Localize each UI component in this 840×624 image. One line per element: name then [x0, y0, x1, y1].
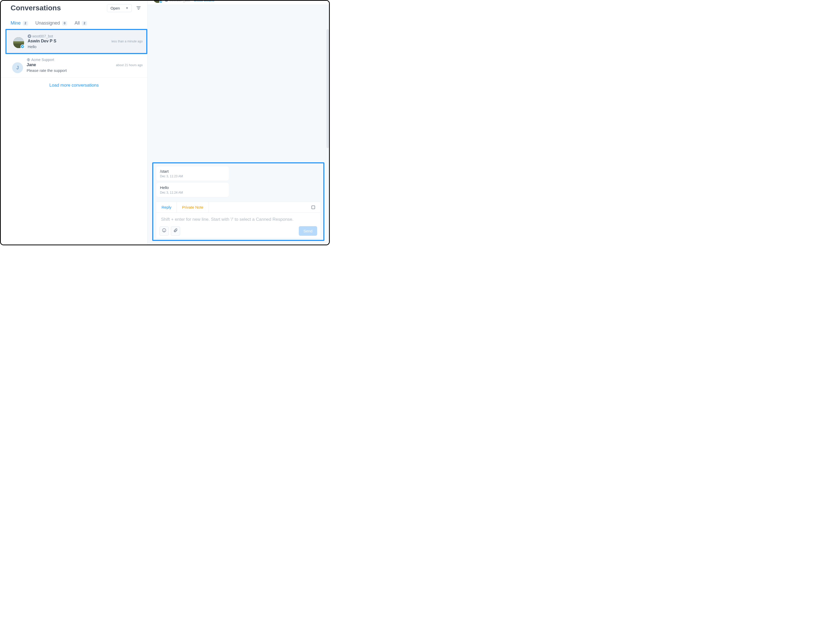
source-name: woot007_bot — [32, 34, 53, 38]
telegram-badge-icon — [159, 1, 162, 3]
messages-area: /start Dec 3, 11:23 AM Hello Dec 3, 11:2… — [148, 5, 329, 244]
conversation-source: Acme Support — [26, 58, 54, 62]
chat-title-row: woot007_bot Close details — [165, 1, 214, 2]
tab-label: Unassigned — [36, 20, 60, 26]
chat-source: woot007_bot — [165, 1, 190, 2]
tab-badge: 2 — [82, 21, 87, 26]
telegram-icon — [28, 34, 31, 38]
globe-icon — [26, 58, 30, 62]
close-details-link[interactable]: Close details — [194, 1, 214, 2]
filter-button[interactable] — [136, 5, 142, 11]
send-button[interactable]: Send — [299, 226, 317, 236]
conversation-list: woot007_bot Aswin Dev P S less than a mi… — [1, 28, 147, 244]
tab-label: Mine — [11, 20, 21, 26]
svg-rect-7 — [312, 206, 315, 209]
status-filter-label: Open — [110, 6, 120, 10]
expand-editor-button[interactable] — [310, 204, 316, 210]
emoji-icon — [162, 228, 167, 234]
contact-name: Jane — [26, 63, 116, 67]
conversation-time: about 21 hours ago — [116, 63, 143, 67]
chevron-down-icon: ▼ — [126, 6, 128, 9]
message-bubble: /start Dec 3, 11:23 AM — [156, 167, 229, 181]
avatar-letter: J — [12, 62, 23, 73]
message-text: Hello — [160, 185, 225, 190]
reply-tab-private-note[interactable]: Private Note — [177, 202, 209, 213]
telegram-icon — [165, 1, 168, 2]
source-name: woot007_bot — [169, 1, 190, 2]
scrollbar[interactable] — [326, 29, 329, 148]
filter-icon — [136, 6, 141, 9]
svg-point-8 — [162, 229, 166, 232]
conversation-snippet: Hello — [28, 45, 143, 49]
conversation-snippet: Please rate the support — [26, 68, 143, 73]
conversation-tabs: Mine 2 Unassigned 0 All 2 — [1, 15, 147, 28]
load-more-link[interactable]: Load more conversations — [1, 77, 147, 93]
reply-tabs: Reply Private Note — [156, 202, 320, 213]
reply-textarea[interactable] — [161, 217, 316, 222]
chat-panel: woot007_bot Close details /start Dec 3, … — [148, 1, 329, 244]
tab-unassigned[interactable]: Unassigned 0 — [36, 20, 68, 26]
conversation-source: woot007_bot — [28, 34, 53, 38]
source-name: Acme Support — [31, 58, 54, 62]
tab-label: All — [74, 20, 80, 26]
reply-box: Reply Private Note — [156, 202, 320, 238]
telegram-badge-icon — [20, 45, 25, 49]
svg-point-10 — [165, 230, 165, 230]
svg-rect-2 — [13, 37, 24, 41]
expand-icon — [311, 205, 316, 210]
message-text: /start — [160, 169, 225, 173]
message-time: Dec 3, 11:24 AM — [160, 191, 225, 195]
status-filter-select[interactable]: Open ▼ — [107, 4, 132, 12]
conversation-time: less than a minute ago — [111, 40, 143, 43]
reply-input-wrap — [156, 213, 320, 225]
contact-name: Aswin Dev P S — [28, 39, 111, 43]
conversation-body: woot007_bot Aswin Dev P S less than a mi… — [28, 34, 143, 49]
tab-badge: 2 — [23, 21, 28, 26]
tab-mine[interactable]: Mine 2 — [11, 20, 28, 26]
app-window: Conversations Open ▼ Mine 2 Unassigned 0… — [0, 0, 330, 245]
emoji-button[interactable] — [159, 226, 169, 236]
conversation-item[interactable]: woot007_bot Aswin Dev P S less than a mi… — [5, 29, 147, 54]
chat-header: woot007_bot Close details — [148, 1, 329, 5]
avatar — [13, 37, 24, 48]
conversations-title: Conversations — [11, 4, 107, 12]
avatar: J — [12, 62, 23, 73]
conversation-item[interactable]: J Acme Support Jane about 21 hours ago P… — [1, 54, 147, 77]
message-time: Dec 3, 11:23 AM — [160, 175, 225, 178]
tab-badge: 0 — [62, 21, 68, 26]
sidebar-header: Conversations Open ▼ — [1, 1, 147, 15]
reply-footer: Send — [156, 225, 320, 238]
attachment-button[interactable] — [171, 226, 180, 236]
svg-point-9 — [163, 230, 164, 230]
conversations-sidebar: Conversations Open ▼ Mine 2 Unassigned 0… — [1, 1, 148, 244]
paperclip-icon — [173, 228, 178, 234]
scrollbar-thumb[interactable] — [326, 29, 329, 148]
tab-all[interactable]: All 2 — [74, 20, 87, 26]
conversation-body: Acme Support Jane about 21 hours ago Ple… — [26, 58, 143, 73]
reply-tab-reply[interactable]: Reply — [156, 202, 177, 213]
highlighted-region: /start Dec 3, 11:23 AM Hello Dec 3, 11:2… — [152, 162, 324, 241]
message-bubble: Hello Dec 3, 11:24 AM — [156, 183, 229, 197]
avatar — [153, 1, 162, 3]
